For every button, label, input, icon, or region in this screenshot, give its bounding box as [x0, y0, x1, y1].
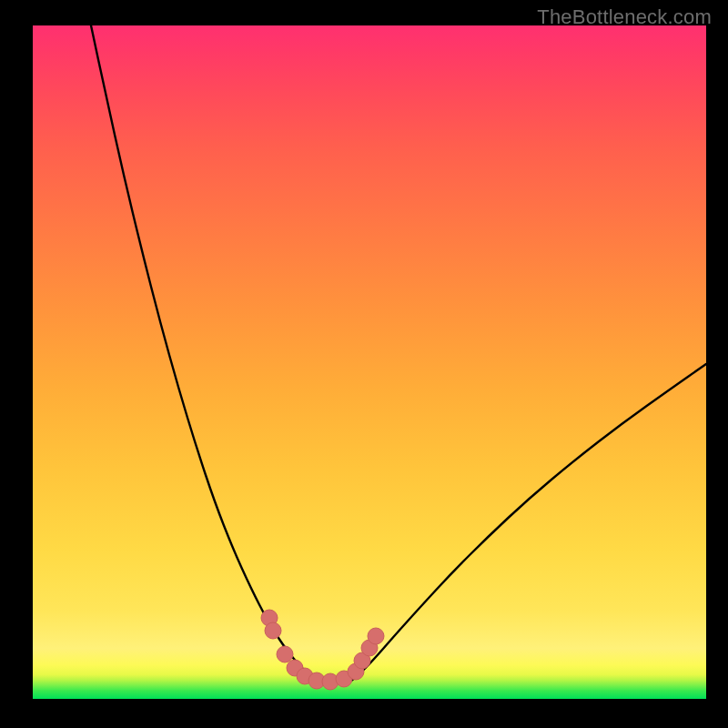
marker-dot [368, 628, 384, 644]
marker-cluster [261, 610, 384, 690]
marker-dot [265, 622, 281, 639]
marker-dot [277, 646, 293, 662]
curve-right-branch [351, 364, 706, 681]
plot-area [33, 25, 706, 699]
curve-left-branch [91, 25, 317, 681]
chart-svg [33, 25, 706, 699]
outer-frame: TheBottleneck.com [0, 0, 728, 728]
